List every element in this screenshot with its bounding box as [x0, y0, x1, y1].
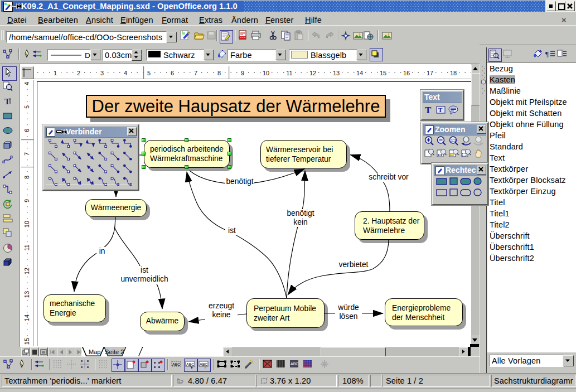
svg-text:T: T	[425, 105, 432, 115]
svg-text:T: T	[438, 107, 443, 113]
svg-text:1:1: 1:1	[451, 138, 457, 142]
